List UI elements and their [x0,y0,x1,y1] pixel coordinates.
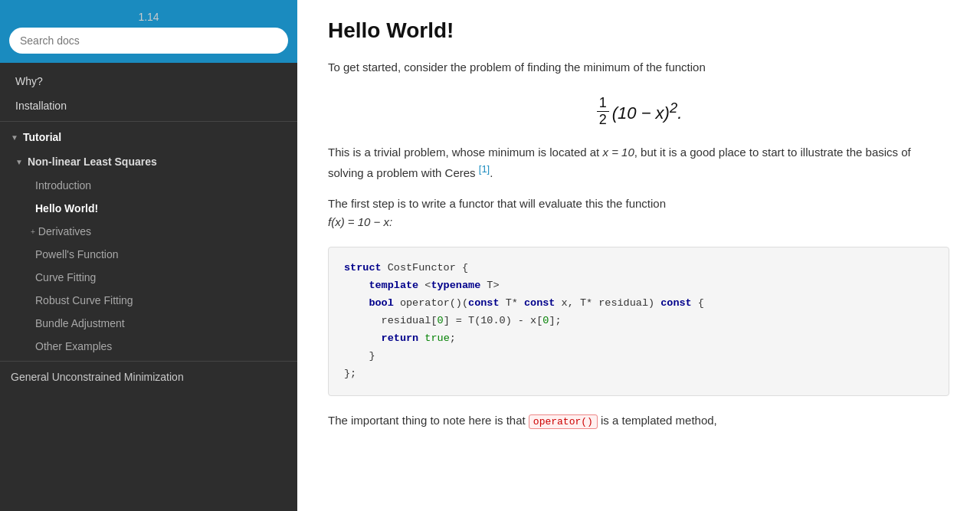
derivatives-toggle-icon: + [31,228,35,236]
sidebar-tutorial-header[interactable]: ▼ Tutorial [0,125,297,149]
footnote-link[interactable]: [1] [479,163,490,175]
robust-curve-fitting-label: Robust Curve Fitting [35,294,133,306]
sidebar-item-introduction[interactable]: Introduction [0,174,297,197]
search-input[interactable] [9,28,288,54]
sidebar-item-installation-label: Installation [15,100,67,112]
sidebar-item-derivatives[interactable]: + Derivatives [0,220,297,243]
nonlinear-label: Non-linear Least Squares [28,156,157,168]
math-f-x: f(x) = 10 − x: [328,215,392,228]
functor-intro-paragraph: The first step is to write a functor tha… [328,195,949,231]
sidebar-item-why[interactable]: Why? [0,69,297,93]
intro-paragraph: To get started, consider the problem of … [328,58,949,77]
bundle-adjustment-label: Bundle Adjustment [35,317,125,329]
version-label: 1.14 [9,8,288,28]
sidebar-item-curve-fitting[interactable]: Curve Fitting [0,266,297,289]
tutorial-toggle-icon: ▼ [11,133,18,142]
math-expression: (10 − x)2. [612,100,683,123]
nonlinear-toggle-icon: ▼ [15,158,23,166]
general-label: General Unconstrained Minimization [11,371,184,383]
sidebar-item-other-examples[interactable]: Other Examples [0,335,297,358]
sidebar: 1.14 Why? Installation ▼ Tutorial ▼ Non-… [0,0,297,511]
sidebar-item-why-label: Why? [15,75,43,87]
sidebar-item-installation[interactable]: Installation [0,93,297,118]
curve-fitting-label: Curve Fitting [35,271,96,283]
math-formula-block: 1 2 (10 − x)2. [328,92,949,128]
code-bool-kw: bool [369,297,393,309]
hello-world-label: Hello World! [35,202,98,215]
code-template-kw: template [369,280,418,291]
other-examples-label: Other Examples [35,340,112,352]
code-block: struct CostFunctor { template <typename … [328,247,949,396]
sidebar-item-hello-world[interactable]: Hello World! [0,197,297,220]
sidebar-item-bundle-adjustment[interactable]: Bundle Adjustment [0,312,297,335]
code-struct-kw: struct [344,262,382,274]
code-true-val: true [424,332,449,344]
main-content: Hello World! To get started, consider th… [297,0,980,511]
introduction-label: Introduction [35,179,91,192]
operator-inline-code: operator() [529,414,598,429]
sidebar-nonlinear-header[interactable]: ▼ Non-linear Least Squares [0,149,297,174]
divider-2 [0,361,297,362]
code-return-kw: return [382,332,419,344]
sidebar-nav: Why? Installation ▼ Tutorial ▼ Non-linea… [0,63,297,511]
sidebar-header: 1.14 [0,0,297,63]
math-x-eq-10: x = 10 [602,146,634,159]
sidebar-item-powell[interactable]: Powell's Function [0,243,297,266]
trivial-paragraph: This is a trivial problem, whose minimum… [328,143,949,182]
sidebar-item-robust-curve-fitting[interactable]: Robust Curve Fitting [0,289,297,312]
derivatives-label: Derivatives [38,225,91,237]
note-paragraph: The important thing to note here is that… [328,411,949,431]
divider-1 [0,121,297,122]
tutorial-label: Tutorial [23,131,61,143]
code-operator-name: operator() [400,297,462,309]
sidebar-general-header[interactable]: General Unconstrained Minimization [0,365,297,389]
page-title: Hello World! [328,18,949,43]
code-index-0b: 0 [542,315,549,326]
code-index-0: 0 [438,315,444,326]
math-fraction: 1 2 [597,95,609,128]
powell-label: Powell's Function [35,248,119,260]
